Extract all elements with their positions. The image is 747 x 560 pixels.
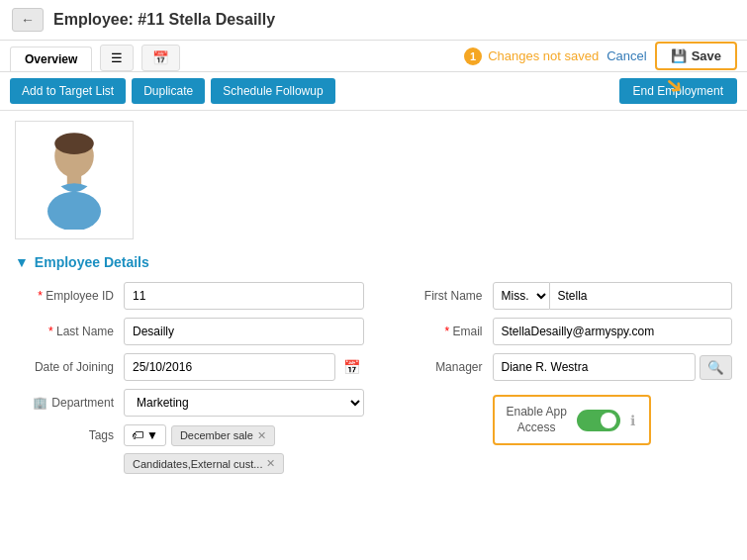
tags-label: Tags: [15, 424, 124, 442]
doj-row: Date of Joining 📅: [15, 353, 364, 381]
manager-label: Manager: [384, 360, 493, 374]
info-icon[interactable]: ℹ: [630, 413, 635, 428]
changes-count: 1: [464, 47, 482, 65]
save-label: Save: [692, 48, 721, 63]
doj-input[interactable]: [124, 353, 335, 381]
tag-chevron: ▼: [146, 428, 158, 442]
first-name-row: First Name Miss.: [384, 282, 733, 310]
enable-app-access-label: Enable AppAccess: [507, 405, 567, 435]
back-arrow-icon: ←: [21, 12, 35, 28]
end-employment-button[interactable]: End Employment: [619, 78, 737, 104]
tags-row: Tags 🏷 ▼ December sale ✕ Candidates,Exte…: [15, 424, 364, 474]
cancel-link[interactable]: Cancel: [607, 48, 646, 63]
tag-december-sale: December sale ✕: [171, 425, 275, 446]
last-name-row: Last Name: [15, 318, 364, 345]
tab-calendar[interactable]: 📅: [141, 45, 180, 71]
email-label: Email: [384, 325, 493, 338]
tag-icon: 🏷: [132, 428, 143, 442]
save-button[interactable]: 💾 Save: [655, 42, 737, 70]
table-icon: ☰: [111, 50, 123, 65]
svg-point-2: [47, 192, 101, 230]
search-icon: 🔍: [707, 360, 724, 375]
section-title: Employee Details: [35, 254, 149, 270]
changes-message: Changes not saved: [488, 48, 599, 63]
add-to-target-button[interactable]: Add to Target List: [10, 78, 126, 104]
tags-content: 🏷 ▼ December sale ✕ Candidates,External …: [124, 424, 364, 474]
manager-input[interactable]: [493, 353, 697, 381]
department-label: Department: [51, 396, 114, 410]
first-name-input[interactable]: [550, 282, 733, 310]
schedule-followup-button[interactable]: Schedule Followup: [211, 78, 334, 104]
employee-id-row: Employee ID: [15, 282, 364, 310]
building-icon: 🏢: [33, 396, 47, 410]
manager-search-button[interactable]: 🔍: [700, 355, 732, 380]
first-name-label: First Name: [384, 289, 493, 303]
doj-label: Date of Joining: [15, 360, 124, 374]
tag-candidates: Candidates,External cust... ✕: [124, 453, 284, 474]
changes-indicator: 1 Changes not saved: [464, 47, 599, 65]
employee-id-input[interactable]: [124, 282, 364, 310]
tab-overview[interactable]: Overview: [10, 47, 92, 71]
tag-add-button[interactable]: 🏷 ▼: [124, 424, 166, 446]
tab-table[interactable]: ☰: [100, 45, 134, 71]
section-header: ▼ Employee Details: [15, 254, 732, 270]
tag-december-sale-remove[interactable]: ✕: [257, 429, 266, 442]
last-name-input[interactable]: [124, 318, 364, 345]
svg-point-1: [54, 133, 94, 154]
avatar-image: [30, 131, 119, 230]
department-label-icon: 🏢 Department: [15, 396, 124, 410]
enable-app-access-row: Enable AppAccess ℹ: [384, 395, 733, 445]
enable-app-access-toggle[interactable]: [577, 410, 620, 431]
email-row: Email: [384, 318, 733, 345]
prefix-select[interactable]: Miss.: [493, 282, 550, 310]
duplicate-button[interactable]: Duplicate: [132, 78, 205, 104]
calendar-icon[interactable]: 📅: [339, 355, 364, 379]
department-select[interactable]: Marketing: [124, 389, 364, 417]
save-icon: 💾: [671, 48, 687, 63]
department-row: 🏢 Department Marketing: [15, 389, 364, 417]
toggle-slider: [577, 410, 620, 431]
avatar: [15, 121, 134, 239]
employee-id-label: Employee ID: [15, 289, 124, 303]
calendar-tab-icon: 📅: [152, 50, 169, 65]
page-title: Employee: #11 Stella Desailly: [53, 11, 275, 29]
enable-app-access-box: Enable AppAccess ℹ: [493, 395, 651, 445]
section-toggle[interactable]: ▼: [15, 254, 29, 270]
tag-candidates-remove[interactable]: ✕: [266, 457, 275, 470]
last-name-label: Last Name: [15, 325, 124, 338]
back-button[interactable]: ←: [12, 8, 44, 32]
email-input[interactable]: [493, 318, 733, 345]
manager-row: Manager 🔍: [384, 353, 733, 381]
